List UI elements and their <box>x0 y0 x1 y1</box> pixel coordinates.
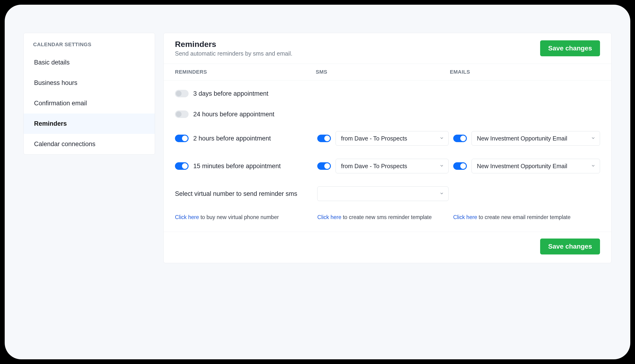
sms-toggle[interactable] <box>317 162 331 170</box>
reminder-row-3days: 3 days before appointment <box>164 83 611 104</box>
email-template-value: New Investment Opportunity Email <box>477 135 567 142</box>
column-headers: REMINDERS SMS EMAILS <box>164 64 611 80</box>
virtual-number-row: Select virtual number to send reminder s… <box>164 180 611 208</box>
chevron-down-icon <box>439 190 444 197</box>
sms-template-value: from Dave - To Prospects <box>341 163 407 170</box>
reminder-toggle[interactable] <box>175 134 188 142</box>
reminder-rows: 3 days before appointment 24 hours befor… <box>164 80 611 232</box>
chevron-down-icon <box>591 163 595 170</box>
main-header: Reminders Send automatic reminders by sm… <box>164 33 611 64</box>
page-title: Reminders <box>175 40 292 49</box>
save-button-top[interactable]: Save changes <box>540 40 600 56</box>
chevron-down-icon <box>439 163 444 170</box>
sms-template-text: Click here to create new sms reminder te… <box>317 214 448 220</box>
email-template-select[interactable]: New Investment Opportunity Email <box>472 159 600 173</box>
col-header-reminders: REMINDERS <box>175 69 316 75</box>
reminder-row-15minutes: 15 minutes before appointment from Dave … <box>164 152 611 180</box>
chevron-down-icon <box>591 135 595 142</box>
sidebar-item-reminders[interactable]: Reminders <box>24 114 155 134</box>
sms-template-link[interactable]: Click here <box>317 214 341 220</box>
reminder-label: 15 minutes before appointment <box>193 162 281 170</box>
main-footer: Save changes <box>164 232 611 263</box>
sms-toggle[interactable] <box>317 134 331 142</box>
reminder-label: 2 hours before appointment <box>193 135 271 142</box>
sms-template-value: from Dave - To Prospects <box>341 135 407 142</box>
reminder-toggle[interactable] <box>175 110 188 118</box>
buy-number-link[interactable]: Click here <box>175 214 199 220</box>
links-row: Click here to buy new virtual phone numb… <box>164 208 611 229</box>
sms-template-select[interactable]: from Dave - To Prospects <box>336 131 448 146</box>
sidebar-item-business-hours[interactable]: Business hours <box>24 73 155 93</box>
chevron-down-icon <box>439 135 444 142</box>
buy-number-text: Click here to buy new virtual phone numb… <box>175 214 313 220</box>
col-header-sms: SMS <box>316 69 450 75</box>
main-panel: Reminders Send automatic reminders by sm… <box>163 33 611 263</box>
sidebar-title: CALENDAR SETTINGS <box>24 33 155 52</box>
save-button-bottom[interactable]: Save changes <box>540 238 600 254</box>
col-header-emails: EMAILS <box>450 69 600 75</box>
email-template-text: Click here to create new email reminder … <box>453 214 600 220</box>
reminder-toggle[interactable] <box>175 90 188 97</box>
email-template-value: New Investment Opportunity Email <box>477 163 567 170</box>
virtual-number-label: Select virtual number to send reminder s… <box>175 190 313 198</box>
email-toggle[interactable] <box>453 134 467 142</box>
email-toggle[interactable] <box>453 162 467 170</box>
sms-template-select[interactable]: from Dave - To Prospects <box>336 159 448 173</box>
reminder-row-2hours: 2 hours before appointment from Dave - T… <box>164 124 611 152</box>
reminder-row-24hours: 24 hours before appointment <box>164 104 611 124</box>
reminder-label: 3 days before appointment <box>193 90 268 97</box>
email-template-select[interactable]: New Investment Opportunity Email <box>472 131 600 146</box>
sms-template-suffix: to create new sms reminder template <box>341 214 432 220</box>
sidebar: CALENDAR SETTINGS Basic details Business… <box>24 33 155 154</box>
sidebar-item-confirmation-email[interactable]: Confirmation email <box>24 93 155 114</box>
reminder-label: 24 hours before appointment <box>193 111 274 118</box>
sidebar-item-basic-details[interactable]: Basic details <box>24 52 155 73</box>
buy-number-suffix: to buy new virtual phone number <box>199 214 279 220</box>
sidebar-item-calendar-connections[interactable]: Calendar connections <box>24 134 155 154</box>
virtual-number-select[interactable] <box>317 186 448 201</box>
email-template-link[interactable]: Click here <box>453 214 477 220</box>
reminder-toggle[interactable] <box>175 162 188 170</box>
page-subtitle: Send automatic reminders by sms and emai… <box>175 50 292 57</box>
email-template-suffix: to create new email reminder template <box>477 214 571 220</box>
